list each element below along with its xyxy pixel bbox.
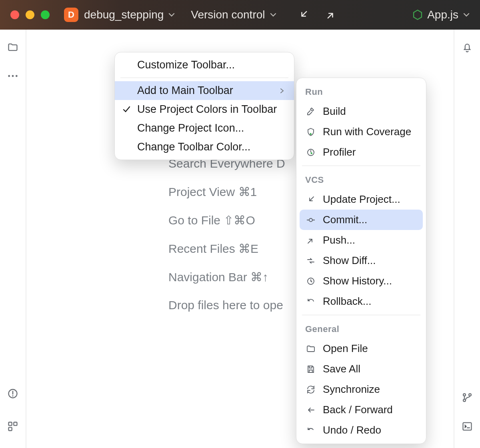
menu-item-label: Add to Main Toolbar bbox=[137, 84, 233, 97]
svg-rect-6 bbox=[9, 427, 12, 430]
menu-item-label: Rollback... bbox=[323, 295, 371, 308]
chevron-down-icon bbox=[462, 11, 470, 19]
left-tool-rail bbox=[0, 30, 26, 448]
chevron-right-icon bbox=[279, 88, 285, 94]
more-icon[interactable] bbox=[7, 70, 18, 82]
svg-rect-5 bbox=[9, 422, 12, 426]
menu-item-label: Open File bbox=[323, 342, 368, 355]
undo-icon bbox=[305, 425, 316, 436]
window-controls bbox=[10, 10, 50, 19]
svg-point-1 bbox=[12, 75, 14, 77]
menu-item-label: Save All bbox=[323, 363, 360, 375]
svg-rect-7 bbox=[14, 422, 17, 426]
submenu-item-coverage[interactable]: Run with Coverage bbox=[296, 122, 426, 142]
check-icon bbox=[122, 105, 131, 114]
submenu-item-show-history[interactable]: Show History... bbox=[296, 271, 426, 291]
svg-point-2 bbox=[16, 75, 18, 77]
menu-item-label: Update Project... bbox=[323, 193, 400, 206]
menu-item-label: Change Toolbar Color... bbox=[137, 141, 250, 153]
add-to-toolbar-submenu: Run Build Run with Coverage Profiler VCS… bbox=[296, 78, 426, 444]
svg-point-11 bbox=[463, 394, 466, 396]
menu-item-label: Profiler bbox=[323, 146, 356, 158]
submenu-item-update-project[interactable]: Update Project... bbox=[296, 189, 426, 210]
submenu-group-general: General bbox=[296, 318, 426, 338]
menu-item-change-project-icon[interactable]: Change Project Icon... bbox=[115, 119, 294, 138]
hint-line: Recent Files ⌘E bbox=[168, 234, 285, 263]
close-window-icon[interactable] bbox=[10, 10, 19, 19]
shield-play-icon bbox=[305, 126, 316, 138]
sync-icon bbox=[305, 384, 316, 395]
notifications-icon[interactable] bbox=[462, 42, 473, 53]
editor-area: Search Everywhere D Project View ⌘1 Go t… bbox=[26, 30, 454, 448]
submenu-item-synchronize[interactable]: Synchronize bbox=[296, 379, 426, 400]
terminal-icon[interactable] bbox=[462, 421, 473, 432]
submenu-item-show-diff[interactable]: Show Diff... bbox=[296, 250, 426, 271]
svg-point-13 bbox=[469, 394, 471, 396]
workspace: Search Everywhere D Project View ⌘1 Go t… bbox=[0, 30, 480, 448]
history-icon bbox=[305, 276, 316, 287]
chevron-down-icon[interactable] bbox=[269, 11, 277, 19]
vcs-menu-button[interactable]: Version control bbox=[191, 8, 265, 21]
menu-item-label: Use Project Colors in Toolbar bbox=[137, 103, 277, 116]
toolbar-context-menu: Customize Toolbar... Add to Main Toolbar… bbox=[114, 52, 294, 160]
save-icon bbox=[305, 364, 316, 375]
submenu-item-rollback[interactable]: Rollback... bbox=[296, 291, 426, 312]
menu-separator bbox=[302, 166, 420, 166]
folder-icon[interactable] bbox=[7, 42, 18, 53]
menu-separator bbox=[302, 315, 420, 315]
menu-item-label: Show Diff... bbox=[323, 254, 376, 267]
right-tool-rail bbox=[454, 30, 480, 448]
submenu-item-open-file[interactable]: Open File bbox=[296, 338, 426, 359]
arrow-out-icon bbox=[305, 235, 316, 246]
menu-item-add-to-main-toolbar[interactable]: Add to Main Toolbar bbox=[115, 81, 294, 100]
diff-icon bbox=[305, 255, 316, 266]
svg-rect-14 bbox=[463, 423, 472, 430]
hint-line: Drop files here to ope bbox=[168, 291, 285, 319]
submenu-item-profiler[interactable]: Profiler bbox=[296, 142, 426, 162]
zoom-window-icon[interactable] bbox=[41, 10, 50, 19]
hint-line: Navigation Bar ⌘↑ bbox=[168, 263, 285, 291]
minimize-window-icon[interactable] bbox=[26, 10, 34, 19]
menu-item-label: Customize Toolbar... bbox=[137, 59, 235, 71]
commit-icon bbox=[305, 214, 316, 226]
submenu-group-vcs: VCS bbox=[296, 169, 426, 189]
editor-hints: Search Everywhere D Project View ⌘1 Go t… bbox=[168, 150, 285, 319]
run-config-label: App.js bbox=[427, 8, 458, 21]
back-icon bbox=[305, 404, 316, 416]
problems-icon[interactable] bbox=[7, 388, 18, 399]
menu-item-label: Build bbox=[323, 105, 346, 118]
menu-separator bbox=[120, 78, 288, 78]
run-config-selector[interactable]: App.js bbox=[412, 8, 470, 21]
rollback-icon bbox=[305, 296, 316, 307]
hint-line: Project View ⌘1 bbox=[168, 178, 285, 206]
project-badge[interactable]: D bbox=[64, 8, 78, 22]
submenu-item-back-forward[interactable]: Back / Forward bbox=[296, 400, 426, 420]
menu-item-label: Back / Forward bbox=[323, 404, 393, 416]
structure-icon[interactable] bbox=[7, 421, 18, 432]
folder-icon bbox=[305, 343, 316, 354]
menu-item-label: Show History... bbox=[323, 275, 392, 287]
chevron-down-icon[interactable] bbox=[168, 11, 176, 19]
menu-item-label: Change Project Icon... bbox=[137, 122, 244, 134]
arrow-in-icon[interactable] bbox=[297, 9, 309, 21]
submenu-item-save-all[interactable]: Save All bbox=[296, 359, 426, 379]
submenu-item-commit[interactable]: Commit... bbox=[300, 210, 423, 230]
submenu-item-push[interactable]: Push... bbox=[296, 230, 426, 250]
git-branch-icon[interactable] bbox=[462, 392, 473, 403]
menu-item-label: Commit... bbox=[323, 214, 367, 226]
menu-item-customize-toolbar[interactable]: Customize Toolbar... bbox=[115, 56, 294, 74]
svg-point-4 bbox=[12, 395, 13, 396]
profiler-icon bbox=[305, 147, 316, 158]
svg-point-0 bbox=[8, 75, 10, 77]
project-name-button[interactable]: debug_stepping bbox=[84, 8, 164, 21]
hint-line: Go to File ⇧⌘O bbox=[168, 206, 285, 234]
submenu-item-undo-redo[interactable]: Undo / Redo bbox=[296, 420, 426, 440]
menu-item-label: Run with Coverage bbox=[323, 126, 411, 138]
arrow-out-icon[interactable] bbox=[325, 9, 337, 21]
svg-point-12 bbox=[463, 399, 466, 402]
menu-item-label: Push... bbox=[323, 234, 355, 246]
submenu-item-build[interactable]: Build bbox=[296, 101, 426, 122]
menu-item-change-toolbar-color[interactable]: Change Toolbar Color... bbox=[115, 138, 294, 156]
menu-item-use-project-colors[interactable]: Use Project Colors in Toolbar bbox=[115, 100, 294, 119]
menu-item-label: Synchronize bbox=[323, 383, 380, 396]
